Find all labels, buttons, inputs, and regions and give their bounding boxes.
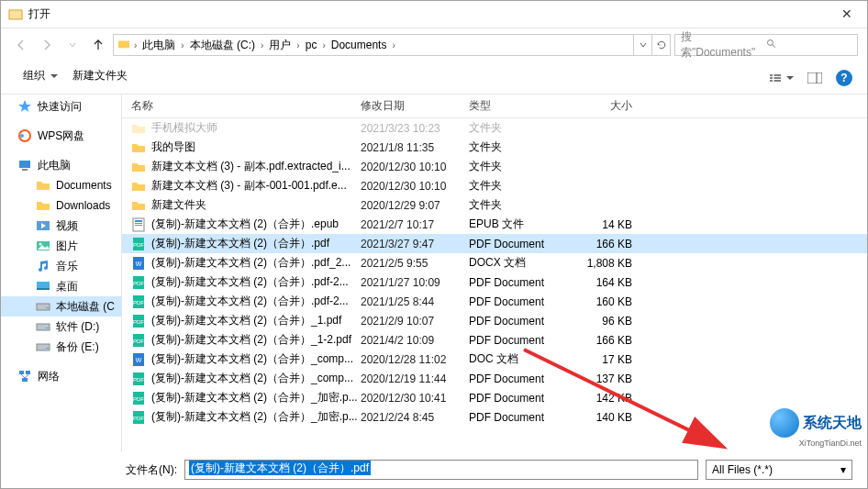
sidebar-item[interactable]: 此电脑 bbox=[1, 155, 121, 175]
wps-icon bbox=[17, 128, 32, 143]
file-size: 17 KB bbox=[570, 353, 643, 366]
file-date: 2020/12/30 10:41 bbox=[361, 392, 469, 405]
view-options-button[interactable] bbox=[770, 68, 794, 88]
file-row[interactable]: PDF(复制)-新建文本文档 (2)（合并）.pdf-2...2021/1/25… bbox=[122, 292, 867, 311]
organize-menu[interactable]: 组织 bbox=[16, 68, 65, 87]
breadcrumb-part[interactable]: 用户 bbox=[265, 35, 295, 55]
filename-input[interactable]: (复制)-新建文本文档 (2)（合并）.pdf bbox=[184, 460, 698, 480]
file-name: 我的导图 bbox=[151, 139, 361, 155]
file-row[interactable]: (复制)-新建文本文档 (2)（合并）.epub2021/2/7 10:17EP… bbox=[122, 215, 867, 234]
sidebar-item[interactable]: 视频 bbox=[1, 216, 121, 236]
pdf-icon: PDF bbox=[131, 333, 146, 348]
file-row[interactable]: PDF(复制)-新建文本文档 (2)（合并）_1-2.pdf2021/4/2 1… bbox=[122, 330, 867, 350]
breadcrumb-part[interactable]: Documents bbox=[328, 35, 391, 55]
filetype-select[interactable]: All Files (*.*)▾ bbox=[706, 460, 852, 480]
sidebar-item[interactable]: 图片 bbox=[1, 236, 121, 256]
forward-button[interactable] bbox=[36, 34, 58, 56]
navbar: › 此电脑› 本地磁盘 (C:)› 用户› pc› Documents› 搜索"… bbox=[1, 28, 867, 61]
folder-icon bbox=[131, 160, 146, 174]
search-input[interactable]: 搜索"Documents" bbox=[674, 34, 858, 56]
new-folder-button[interactable]: 新建文件夹 bbox=[65, 68, 135, 87]
sidebar-item[interactable]: 桌面 bbox=[1, 276, 121, 296]
col-size[interactable]: 大小 bbox=[570, 98, 643, 114]
sidebar-label: WPS网盘 bbox=[38, 128, 84, 144]
up-button[interactable] bbox=[87, 34, 109, 56]
file-row[interactable]: PDF(复制)-新建文本文档 (2)（合并）_加密.p...2021/2/24 … bbox=[122, 407, 867, 427]
svg-text:W: W bbox=[136, 261, 142, 267]
svg-rect-37 bbox=[135, 225, 142, 226]
file-rows: 手机模拟大师2021/3/23 10:23文件夹我的导图2021/1/8 11:… bbox=[122, 118, 867, 452]
file-row[interactable]: 手机模拟大师2021/3/23 10:23文件夹 bbox=[122, 118, 867, 138]
back-button[interactable] bbox=[10, 34, 32, 56]
svg-text:PDF: PDF bbox=[133, 377, 144, 383]
doc-icon: W bbox=[131, 352, 146, 367]
svg-rect-10 bbox=[807, 72, 822, 83]
file-date: 2021/1/25 8:44 bbox=[361, 295, 469, 308]
col-type[interactable]: 类型 bbox=[469, 98, 570, 114]
svg-marker-12 bbox=[18, 100, 31, 112]
file-type: PDF Document bbox=[469, 392, 570, 405]
file-size: 164 KB bbox=[570, 276, 643, 289]
file-row[interactable]: PDF(复制)-新建文本文档 (2)（合并）.pdf-2...2021/1/27… bbox=[122, 272, 867, 292]
disk-icon bbox=[36, 339, 50, 354]
file-row[interactable]: W(复制)-新建文本文档 (2)（合并）_comp...2020/12/28 1… bbox=[122, 350, 867, 369]
sidebar-item[interactable]: WPS网盘 bbox=[1, 126, 121, 146]
sidebar-item[interactable]: 快速访问 bbox=[1, 96, 121, 117]
svg-rect-28 bbox=[46, 348, 49, 349]
file-row[interactable]: PDF(复制)-新建文本文档 (2)（合并）_1.pdf2021/2/9 10:… bbox=[122, 311, 867, 330]
close-button[interactable]: ✕ bbox=[826, 1, 867, 28]
svg-rect-30 bbox=[26, 371, 30, 374]
file-row[interactable]: PDF(复制)-新建文本文档 (2)（合并）_加密.p...2020/12/30… bbox=[122, 388, 867, 407]
folder-icon bbox=[36, 198, 50, 213]
folder-icon bbox=[131, 121, 146, 136]
svg-rect-24 bbox=[46, 307, 49, 308]
help-button[interactable]: ? bbox=[836, 70, 852, 86]
svg-line-32 bbox=[21, 374, 25, 378]
history-dropdown[interactable] bbox=[61, 34, 83, 56]
refresh-button[interactable] bbox=[651, 35, 670, 55]
file-row[interactable]: 我的导图2021/1/8 11:35文件夹 bbox=[122, 138, 867, 157]
breadcrumb-part[interactable]: pc bbox=[302, 35, 321, 55]
file-row[interactable]: PDF(复制)-新建文本文档 (2)（合并）.pdf2021/3/27 9:47… bbox=[122, 234, 867, 253]
sidebar-item[interactable]: 备份 (E:) bbox=[1, 337, 121, 357]
sidebar-item[interactable]: Downloads bbox=[1, 195, 121, 216]
file-type: PDF Document bbox=[469, 334, 570, 347]
svg-point-14 bbox=[20, 134, 24, 138]
sidebar-item[interactable]: 音乐 bbox=[1, 256, 121, 276]
svg-rect-8 bbox=[770, 80, 773, 82]
file-row[interactable]: 新建文本文档 (3) - 副本-001-001.pdf.e...2020/12/… bbox=[122, 176, 867, 195]
svg-text:W: W bbox=[136, 357, 142, 363]
file-name: (复制)-新建文本文档 (2)（合并）_加密.p... bbox=[151, 409, 361, 425]
sidebar-item[interactable]: 网络 bbox=[1, 366, 121, 386]
col-date[interactable]: 修改日期 bbox=[361, 98, 469, 114]
folder-icon bbox=[114, 38, 132, 53]
breadcrumb-part[interactable]: 此电脑 bbox=[139, 35, 179, 55]
sidebar-item[interactable]: 本地磁盘 (C bbox=[1, 296, 121, 317]
file-size: 142 KB bbox=[570, 392, 643, 405]
svg-rect-27 bbox=[37, 344, 50, 350]
sidebar-label: 网络 bbox=[38, 369, 60, 384]
file-name: (复制)-新建文本文档 (2)（合并）.pdf_2... bbox=[151, 255, 361, 271]
svg-point-20 bbox=[39, 243, 42, 246]
file-date: 2021/3/23 10:23 bbox=[361, 122, 469, 135]
breadcrumb-expand[interactable] bbox=[633, 35, 651, 55]
file-size: 160 KB bbox=[570, 295, 643, 308]
file-name: (复制)-新建文本文档 (2)（合并）_comp... bbox=[151, 351, 361, 367]
disk-icon bbox=[36, 319, 50, 334]
svg-rect-36 bbox=[135, 223, 142, 224]
titlebar: 打开 ✕ bbox=[1, 1, 867, 28]
file-date: 2021/2/7 10:17 bbox=[361, 218, 469, 231]
file-row[interactable]: W(复制)-新建文本文档 (2)（合并）.pdf_2...2021/2/5 9:… bbox=[122, 253, 867, 272]
col-name[interactable]: 名称 bbox=[131, 98, 361, 114]
file-type: DOCX 文档 bbox=[469, 255, 570, 271]
sidebar-item[interactable]: 软件 (D:) bbox=[1, 317, 121, 337]
breadcrumb-part[interactable]: 本地磁盘 (C:) bbox=[186, 35, 259, 55]
sidebar-item[interactable]: Documents bbox=[1, 175, 121, 195]
file-row[interactable]: PDF(复制)-新建文本文档 (2)（合并）_comp...2020/12/19… bbox=[122, 369, 867, 388]
folder-icon bbox=[131, 179, 146, 194]
file-row[interactable]: 新建文件夹2020/12/29 9:07文件夹 bbox=[122, 195, 867, 215]
preview-pane-button[interactable] bbox=[803, 68, 827, 88]
folder-icon bbox=[131, 198, 146, 213]
file-row[interactable]: 新建文本文档 (3) - 副本.pdf.extracted_i...2020/1… bbox=[122, 157, 867, 176]
breadcrumb[interactable]: › 此电脑› 本地磁盘 (C:)› 用户› pc› Documents› bbox=[113, 34, 671, 56]
